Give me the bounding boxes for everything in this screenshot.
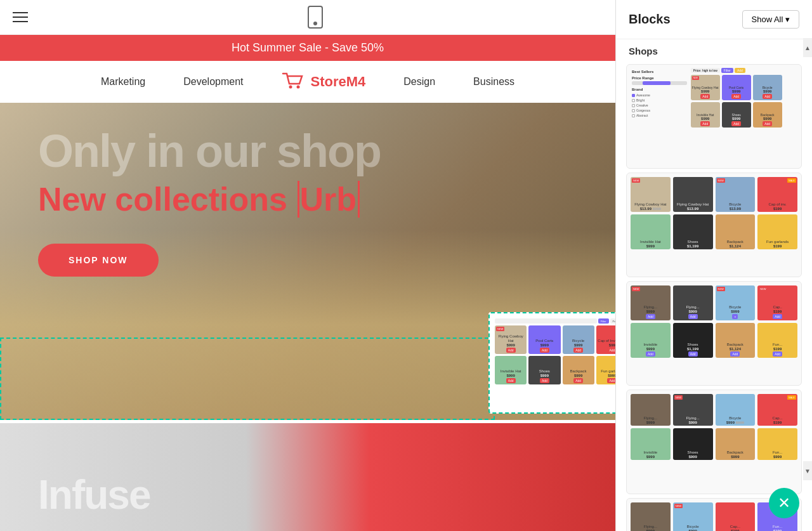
block-thumb-3[interactable]: NEWFlying...$999Add Flying...$999Add NEW… xyxy=(626,281,802,386)
show-all-button[interactable]: Show All ▾ xyxy=(742,10,799,29)
promo-banner: Hot Summer Sale - Save 50% xyxy=(0,35,615,61)
hero-title-main: Only in our shop xyxy=(38,128,577,174)
logo-cart-icon xyxy=(282,72,304,91)
second-section-text: Infuse xyxy=(38,471,150,518)
close-panel-button[interactable]: ✕ xyxy=(769,488,799,518)
website-preview: Hot Summer Sale - Save 50% Marketing Dev… xyxy=(0,35,615,531)
right-panel: Blocks Show All ▾ Shops Best Sellers Pri… xyxy=(615,0,812,531)
nav-link-design[interactable]: Design xyxy=(403,76,435,88)
site-logo[interactable]: StoreM4 xyxy=(282,72,366,91)
mobile-device-icon[interactable] xyxy=(308,6,323,29)
floating-block-preview: Filter Price range NEW Flying Cowboy Hat… xyxy=(488,312,615,414)
svg-point-1 xyxy=(296,86,299,89)
panel-title: Blocks xyxy=(629,12,671,27)
menu-icon[interactable] xyxy=(13,12,28,22)
hero-content: Only in our shop New collections Urb SHO… xyxy=(0,103,615,302)
blocks-scroll-area[interactable]: Best Sellers Price Range Brand Awesome B… xyxy=(616,60,812,531)
shops-section-title: Shops xyxy=(616,39,812,60)
logo-text: StoreM4 xyxy=(311,74,366,90)
editor-toolbar xyxy=(0,0,615,35)
banner-text: Hot Summer Sale - Save 50% xyxy=(232,41,384,54)
main-editor-area: Hot Summer Sale - Save 50% Marketing Dev… xyxy=(0,0,615,531)
nav-link-marketing[interactable]: Marketing xyxy=(101,76,145,88)
scroll-up-arrow[interactable]: ▲ xyxy=(803,38,812,57)
svg-point-0 xyxy=(289,86,292,89)
hero-title-sub: New collections Urb xyxy=(38,180,577,218)
hero-highlight: Urb xyxy=(299,181,360,218)
toolbar-left xyxy=(13,12,28,22)
block-thumb-2[interactable]: NEWFlying Cowboy Hat$13.99 $999 Flying C… xyxy=(626,173,802,277)
nav-link-development[interactable]: Development xyxy=(183,76,243,88)
toolbar-center xyxy=(308,6,323,29)
hero-section: Only in our shop New collections Urb SHO… xyxy=(0,103,615,420)
nav-link-business[interactable]: Business xyxy=(473,76,514,88)
shop-now-button[interactable]: SHOP NOW xyxy=(38,244,159,277)
site-navigation: Marketing Development StoreM4 Design Bus… xyxy=(0,61,615,103)
block-thumb-1[interactable]: Best Sellers Price Range Brand Awesome B… xyxy=(626,64,802,169)
selection-box xyxy=(0,338,495,420)
block-thumb-4[interactable]: Flying...$999 NEWFlying...$999 Bicycle$9… xyxy=(626,390,802,494)
scroll-down-arrow[interactable]: ▼ xyxy=(803,461,812,480)
panel-header: Blocks Show All ▾ xyxy=(616,0,812,39)
second-section: Infuse xyxy=(0,423,615,531)
